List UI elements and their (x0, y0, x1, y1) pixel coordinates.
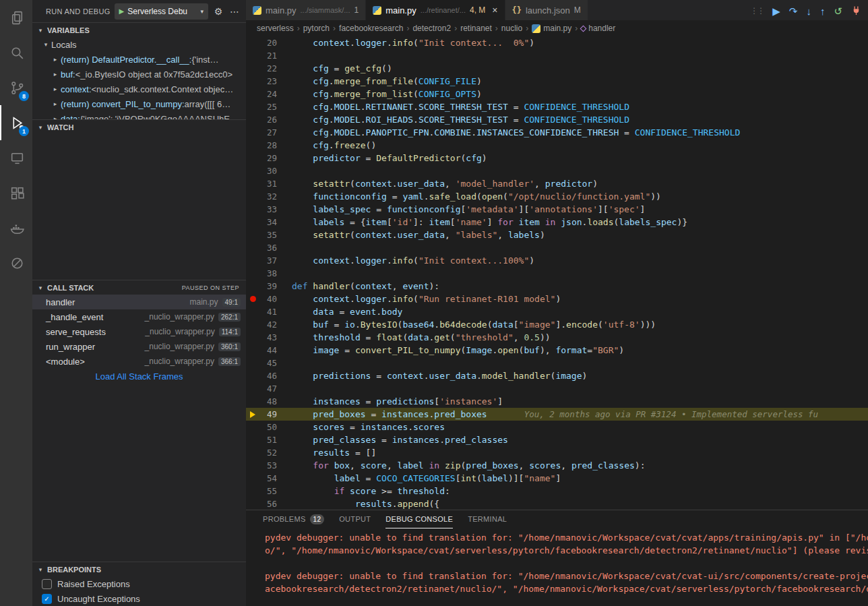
breadcrumb-item[interactable]: serverless (257, 24, 294, 33)
editor-tab[interactable]: main.py.../retinanet/...4, M× (366, 0, 505, 20)
chevron-collapsed-icon[interactable]: ▸ (50, 71, 61, 78)
code-text[interactable]: cfg.freeze() (292, 139, 376, 152)
watch-section-header[interactable]: ▾ WATCH (32, 119, 246, 134)
step-over-button[interactable]: ↷ (789, 6, 798, 16)
editor-tab[interactable]: {}launch.jsonM (505, 0, 588, 20)
variables-section-header[interactable]: ▾ VARIABLES (32, 22, 246, 37)
step-out-button[interactable]: ↑ (820, 6, 826, 16)
current-line-arrow-icon[interactable] (246, 408, 259, 421)
code-text[interactable]: context.logger.info("Init context... 0%"… (292, 36, 534, 49)
code-text[interactable]: pred_boxes = instances.pred_boxes (292, 408, 487, 421)
activity-bar-item-extensions[interactable] (0, 175, 32, 210)
variable-row[interactable]: ▸buf: <_io.BytesIO object at 0x7f5a2dc1e… (32, 67, 246, 82)
code-text[interactable]: setattr(context.user_data, "labels", lab… (292, 229, 545, 241)
scope-locals-row[interactable]: ▾ Locals (32, 37, 246, 52)
chevron-expanded-icon[interactable]: ▾ (40, 41, 51, 48)
code-editor[interactable]: 20 context.logger.info("Init context... … (246, 36, 868, 510)
glyph-margin[interactable] (246, 395, 259, 408)
code-text[interactable]: label = COCO_CATEGORIES[int(label)]["nam… (292, 472, 561, 485)
debug-console-output[interactable]: pydev debugger: unable to find translati… (246, 528, 868, 606)
breadcrumb-item[interactable]: facebookresearch (339, 24, 403, 33)
glyph-margin[interactable] (246, 203, 259, 216)
watch-list[interactable] (32, 134, 246, 280)
breadcrumb-item[interactable]: pytorch (303, 24, 330, 33)
breakpoint-icon[interactable] (246, 293, 259, 305)
glyph-margin[interactable] (246, 241, 259, 254)
panel-tab-problems[interactable]: PROBLEMS12 (263, 510, 324, 528)
code-text[interactable]: setattr(context.user_data, 'model_handle… (292, 177, 598, 190)
glyph-margin[interactable] (246, 331, 259, 344)
code-text[interactable]: predictor = DefaultPredictor(cfg) (292, 152, 487, 164)
glyph-margin[interactable] (246, 100, 259, 113)
call-stack-frame[interactable]: handlermain.py49:1 (32, 295, 246, 309)
glyph-margin[interactable] (246, 369, 259, 382)
panel-tab-terminal[interactable]: TERMINAL (468, 510, 507, 528)
debug-config-dropdown[interactable]: ▶ Serverless Debu ▾ (115, 3, 208, 20)
more-actions-icon[interactable]: ⋯ (228, 6, 241, 17)
breadcrumb-item[interactable]: nuclio (501, 24, 522, 33)
code-text[interactable]: functionconfig = yaml.safe_load(open("/o… (292, 190, 661, 203)
glyph-margin[interactable] (246, 267, 259, 280)
glyph-margin[interactable] (246, 36, 259, 49)
breakpoint-row[interactable]: ✓Uncaught Exceptions (32, 591, 246, 606)
glyph-margin[interactable] (246, 446, 259, 459)
code-text[interactable]: cfg.MODEL.ROI_HEADS.SCORE_THRESH_TEST = … (292, 113, 629, 126)
code-text[interactable]: results = [] (292, 446, 376, 459)
call-stack-frame[interactable]: run_wrapper_nuclio_wrapper.py360:1 (32, 339, 246, 354)
call-stack-frame[interactable]: _handle_event_nuclio_wrapper.py262:1 (32, 309, 246, 324)
glyph-margin[interactable] (246, 126, 259, 139)
glyph-margin[interactable] (246, 164, 259, 177)
glyph-margin[interactable] (246, 139, 259, 152)
glyph-margin[interactable] (246, 459, 259, 472)
call-stack-section-header[interactable]: ▾ CALL STACK PAUSED ON STEP (32, 280, 246, 295)
code-text[interactable]: cfg.merge_from_list(CONFIG_OPTS) (292, 88, 482, 100)
glyph-margin[interactable] (246, 75, 259, 88)
variable-row[interactable]: ▸(return) convert_PIL_to_numpy: array([[… (32, 96, 246, 111)
call-stack-frame[interactable]: serve_requests_nuclio_wrapper.py114:1 (32, 324, 246, 339)
chevron-collapsed-icon[interactable]: ▸ (50, 86, 61, 92)
variable-row[interactable]: ▸(return) DefaultPredictor.__call__: {'i… (32, 52, 246, 67)
call-stack-frame[interactable]: <module>_nuclio_wrapper.py366:1 (32, 354, 246, 369)
gear-icon[interactable]: ⚙ (212, 6, 224, 17)
activity-bar-item-run-and-debug[interactable]: 1 (0, 105, 32, 140)
glyph-margin[interactable] (246, 433, 259, 446)
glyph-margin[interactable] (246, 344, 259, 357)
code-text[interactable]: data = event.body (292, 305, 402, 318)
glyph-margin[interactable] (246, 152, 259, 164)
activity-bar-item-tools[interactable] (0, 245, 32, 280)
panel-tab-output[interactable]: OUTPUT (339, 510, 371, 528)
code-text[interactable]: context.logger.info("Run retinanet-R101 … (292, 293, 561, 305)
breakpoints-section-header[interactable]: ▾ BREAKPOINTS (32, 562, 246, 576)
chevron-collapsed-icon[interactable]: ▸ (50, 56, 61, 63)
code-text[interactable]: context.logger.info("Init context...100%… (292, 254, 534, 267)
code-text[interactable]: pred_classes = instances.pred_classes (292, 433, 508, 446)
code-text[interactable]: for box, score, label in zip(pred_boxes,… (292, 459, 645, 472)
glyph-margin[interactable] (246, 177, 259, 190)
close-icon[interactable]: × (492, 5, 497, 16)
code-text[interactable]: instances = predictions['instances'] (292, 395, 503, 408)
variable-row[interactable]: ▸data: {'image': 'iVBORw0KGgoAAAANSUhE… (32, 111, 246, 119)
start-debugging-icon[interactable]: ▶ (119, 7, 125, 15)
breadcrumb-item[interactable]: main.py (532, 24, 571, 33)
glyph-margin[interactable] (246, 472, 259, 485)
checkbox[interactable] (42, 579, 52, 589)
breadcrumb-item[interactable]: handler (581, 24, 615, 33)
glyph-margin[interactable] (246, 113, 259, 126)
code-text[interactable]: labels = {item['id']: item['name'] for i… (292, 216, 687, 229)
code-text[interactable]: predictions = context.user_data.model_ha… (292, 369, 587, 382)
checkbox[interactable]: ✓ (42, 594, 52, 604)
glyph-margin[interactable] (246, 318, 259, 331)
disconnect-button[interactable] (851, 5, 861, 17)
code-text[interactable]: threshold = float(data.get("threshold", … (292, 331, 551, 344)
activity-bar-item-docker[interactable] (0, 210, 32, 245)
glyph-margin[interactable] (246, 49, 259, 62)
code-text[interactable]: def handler(context, event): (292, 280, 439, 293)
editor-tab[interactable]: main.py.../siammask/...1 (246, 0, 366, 20)
glyph-margin[interactable] (246, 88, 259, 100)
breakpoint-row[interactable]: Raised Exceptions (32, 576, 246, 591)
glyph-margin[interactable] (246, 485, 259, 497)
step-into-button[interactable]: ↓ (806, 6, 811, 16)
breadcrumb-item[interactable]: detectron2 (412, 24, 451, 33)
activity-bar-item-explorer[interactable] (0, 0, 32, 35)
glyph-margin[interactable] (246, 305, 259, 318)
